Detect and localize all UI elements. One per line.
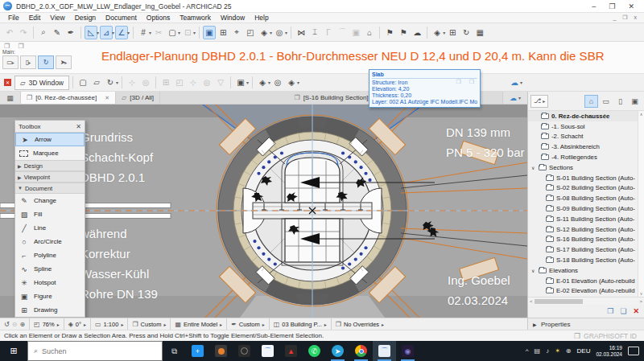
- tool-spline[interactable]: ∿Spline: [15, 262, 85, 276]
- explore-icon[interactable]: ◎: [139, 76, 152, 89]
- renovation-caret[interactable]: ▾: [285, 30, 287, 35]
- render-final-icon[interactable]: ◈: [285, 76, 298, 89]
- notification-center-icon[interactable]: [628, 347, 639, 355]
- marquee-mode-caret[interactable]: ▾: [178, 30, 180, 35]
- menu-edit[interactable]: Edit: [24, 14, 46, 22]
- taskbar-search[interactable]: ⌕: [27, 341, 163, 361]
- navigate-back-icon[interactable]: ↺: [4, 321, 10, 328]
- story-row-1[interactable]: -1. Sous-sol: [528, 121, 638, 132]
- scroll-down-icon[interactable]: ∨: [640, 291, 643, 296]
- fit-in-window-icon[interactable]: ◰: [244, 26, 257, 39]
- app-camera-button[interactable]: [209, 341, 233, 361]
- scroll-up-icon[interactable]: ∧: [640, 112, 643, 117]
- organizer-icon[interactable]: ▦: [473, 26, 486, 39]
- trim-icon[interactable]: ⋈: [295, 26, 308, 39]
- layout-book-icon[interactable]: ▯: [613, 95, 627, 108]
- inject-parameters-icon[interactable]: ✒: [64, 26, 77, 39]
- menu-view[interactable]: View: [45, 14, 69, 22]
- toolbox-group-document[interactable]: ▼ Document: [15, 183, 85, 194]
- menu-file[interactable]: File: [3, 14, 24, 22]
- scroll-right-icon[interactable]: >: [639, 299, 642, 304]
- update-icon[interactable]: ↻: [460, 26, 473, 39]
- tab-floor-plan[interactable]: ❐ [0. Rez-de-chaussée] ✕: [21, 92, 116, 104]
- target-icon[interactable]: ⌖: [230, 26, 243, 39]
- tray-security-icon[interactable]: ✶: [555, 347, 560, 355]
- door-tool-button[interactable]: ▯▸: [20, 55, 36, 69]
- split-icon[interactable]: ⌶: [308, 26, 321, 39]
- menu-design[interactable]: Design: [70, 14, 101, 22]
- quick-layers-icon[interactable]: ⊞: [217, 26, 229, 39]
- toolbox-group-viewpoint[interactable]: ▶ Viewpoint: [15, 171, 85, 183]
- scrollbar-thumb[interactable]: [535, 299, 583, 304]
- renovation-filter-control[interactable]: ◫ 03 Building P...▸: [270, 318, 332, 330]
- section-row-7[interactable]: S-17 Building Section (Auto-: [528, 244, 638, 255]
- taskbar-clock[interactable]: 16:19 02.03.2024: [596, 345, 622, 357]
- render-icon[interactable]: ◈: [256, 76, 269, 89]
- guide-lines-icon[interactable]: ◺: [85, 26, 97, 39]
- layer-combination-control[interactable]: ❐ Custom▸: [128, 318, 171, 330]
- navigator-horizontal-scrollbar[interactable]: < >: [528, 297, 644, 305]
- grid-snap-caret[interactable]: ▾: [149, 30, 151, 35]
- pen-set-control[interactable]: ✒ Custom▸: [227, 318, 270, 330]
- snap-guides-caret[interactable]: ▾: [112, 30, 114, 35]
- cursor-tool-button[interactable]: ➤▸: [56, 55, 72, 69]
- menu-document[interactable]: Document: [101, 14, 142, 22]
- walk-icon[interactable]: ⊹: [126, 76, 138, 89]
- chevron-down-icon[interactable]: ∨: [531, 268, 536, 273]
- section-row-1[interactable]: S-02 Building Section (Auto-: [528, 183, 638, 194]
- grid-snap-icon[interactable]: #: [137, 26, 150, 39]
- tool-drawing[interactable]: ⊞Drawing: [15, 303, 85, 317]
- lamp-icon[interactable]: ⊹: [187, 76, 200, 89]
- zoom-in-icon[interactable]: ⊕: [19, 321, 25, 328]
- orbit-icon[interactable]: ↻: [104, 76, 117, 89]
- app-dark-button[interactable]: ◉: [396, 341, 419, 361]
- project-map-icon[interactable]: ⌂: [584, 95, 598, 108]
- tool-marquee[interactable]: Marquee: [15, 146, 85, 160]
- redo-icon[interactable]: ↷: [17, 26, 30, 39]
- renovation-icon[interactable]: ◎: [273, 26, 286, 39]
- elevation-row-1[interactable]: E-02 Elevation (Auto-rebuild: [528, 286, 638, 297]
- flag-add-icon[interactable]: ⚑: [397, 26, 410, 39]
- graphisoft-id[interactable]: ❐ GRAPHISOFT ID: [574, 332, 640, 340]
- tool-figure[interactable]: ▣Figure: [15, 289, 85, 303]
- tool-arrow[interactable]: ➤ Arrow: [15, 133, 85, 146]
- toolbox-header[interactable]: Toolbox ✕: [15, 121, 85, 133]
- find-select-icon[interactable]: ⌕: [37, 26, 50, 39]
- snap-points-caret[interactable]: ▾: [127, 30, 130, 35]
- 3d-window-button[interactable]: ▱ 3D Window: [14, 76, 69, 90]
- home-story-icon[interactable]: ⌂: [363, 26, 376, 39]
- tool-polyline[interactable]: ⌐Polyline: [15, 248, 85, 262]
- section-row-5[interactable]: S-12 Building Section (Auto-: [528, 224, 638, 235]
- axono-view-icon[interactable]: ▱: [90, 76, 103, 89]
- app-telegram-button[interactable]: ➤: [326, 341, 349, 361]
- undo-icon[interactable]: ↶: [3, 26, 16, 39]
- resize-icon[interactable]: ▣: [349, 26, 362, 39]
- favorites-icon[interactable]: ◈: [431, 26, 444, 39]
- drawing-canvas[interactable]: Grundriss Schacht-Kopf DBHD 2.0.1 währen…: [0, 105, 527, 318]
- copy-view-icon[interactable]: ▣: [234, 76, 247, 89]
- app-chrome-button[interactable]: [349, 341, 373, 361]
- elevation-row-0[interactable]: E-01 Elevation (Auto-rebuild: [528, 276, 638, 286]
- orientation-control[interactable]: ◈ 0°▸: [64, 318, 91, 330]
- menu-help[interactable]: Help: [250, 14, 273, 22]
- tray-network-icon[interactable]: ⊕: [566, 347, 572, 355]
- teamwork-cloud-caret[interactable]: ▾: [520, 80, 522, 85]
- tool-arc-circle[interactable]: ○Arc/Circle: [15, 235, 85, 248]
- tray-audio-icon[interactable]: ♪: [546, 347, 549, 355]
- tab-close-icon[interactable]: ✕: [105, 95, 109, 101]
- clone-folder-icon[interactable]: ❐: [607, 307, 613, 315]
- sections-group-row[interactable]: ∨Sections: [528, 162, 638, 173]
- wall-tool-button[interactable]: ▭▸: [2, 55, 19, 69]
- section-row-8[interactable]: S-18 Building Section (Auto-: [528, 255, 638, 265]
- tool-change[interactable]: ✎Change: [15, 194, 85, 207]
- start-button[interactable]: ⊞: [0, 341, 27, 361]
- close-button[interactable]: ✕: [628, 2, 634, 10]
- adjust-icon[interactable]: Γ: [322, 26, 335, 39]
- delete-icon[interactable]: ✕: [633, 307, 639, 315]
- app-acrobat-button[interactable]: ▲: [279, 341, 303, 361]
- story-row-4[interactable]: -4. Rotliegendes: [528, 152, 638, 162]
- publish-icon[interactable]: ☁: [411, 26, 423, 39]
- elevations-group-row[interactable]: ∨Elevations: [528, 265, 638, 276]
- lock-caret[interactable]: ▾: [193, 30, 196, 35]
- task-view-button[interactable]: ⧉: [163, 341, 186, 361]
